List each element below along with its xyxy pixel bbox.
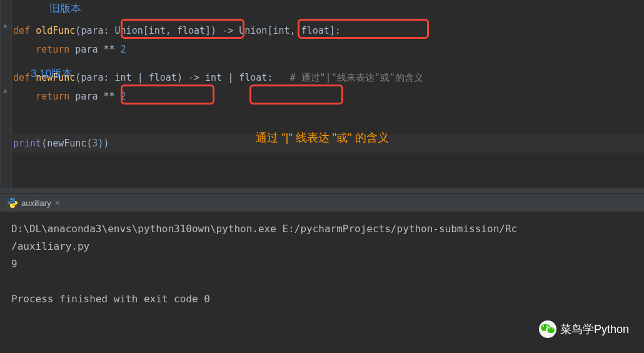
tab-label: auxiliary [21, 198, 51, 208]
watermark: 菜鸟学Python [539, 320, 629, 338]
svg-point-0 [11, 198, 11, 199]
svg-point-1 [13, 206, 14, 207]
fold-icon [2, 88, 9, 95]
gutter [1, 0, 12, 188]
keyword-return: return [36, 44, 69, 55]
type-annotation: Union[int, float] [239, 25, 335, 36]
code-editor[interactable]: 旧版本 def oldFunc(para: Union[int, float])… [0, 0, 644, 188]
type-annotation: int | float [115, 72, 177, 83]
terminal-tab-bar: auxiliary × [0, 194, 644, 212]
code-line[interactable]: return para ** 2 [13, 40, 644, 59]
keyword-return: return [36, 91, 69, 102]
terminal-output[interactable]: D:\DL\anaconda3\envs\python310own\python… [0, 212, 644, 317]
annotation-center: 通过 "|" 线表达 "或" 的含义 [256, 130, 388, 145]
type-annotation: int | float [205, 72, 267, 83]
variable: para [75, 91, 98, 102]
python-icon [8, 198, 18, 208]
number-literal: 2 [121, 44, 126, 55]
terminal-result: 9 [11, 255, 633, 273]
wechat-icon [539, 320, 556, 338]
close-icon[interactable]: × [55, 198, 60, 208]
code-line[interactable]: def oldFunc(para: Union[int, float]) -> … [13, 21, 644, 40]
function-call: newFunc [47, 138, 86, 149]
parameter: para [81, 72, 103, 83]
function-name: oldFunc [36, 25, 75, 36]
tab-auxiliary[interactable]: auxiliary × [3, 197, 65, 209]
panel-divider[interactable] [0, 188, 644, 194]
variable: para [75, 44, 98, 55]
type-annotation: Union[int, float] [115, 25, 211, 36]
fold-icon [2, 23, 9, 30]
terminal-command: D:\DL\anaconda3\envs\python310own\python… [11, 220, 633, 238]
operator: ** [104, 91, 115, 102]
comment: # 通过"|"线来表达"或"的含义 [290, 72, 423, 83]
terminal-command-cont: /auxiliary.py [11, 238, 633, 255]
operator: ** [104, 44, 115, 55]
keyword-def: def [13, 25, 30, 36]
terminal-status: Process finished with exit code 0 [11, 290, 633, 308]
code-line[interactable] [13, 59, 644, 68]
builtin-function: print [13, 138, 41, 149]
terminal-blank [11, 273, 633, 290]
function-name: newFunc [36, 72, 75, 83]
watermark-text: 菜鸟学Python [560, 322, 629, 337]
number-literal: 2 [121, 91, 126, 102]
code-line[interactable]: def newFunc(para: int | float) -> int | … [13, 68, 644, 87]
keyword-def: def [13, 72, 30, 83]
code-line[interactable]: return para ** 2 [13, 87, 644, 106]
code-line[interactable] [13, 3, 644, 21]
parameter: para [81, 25, 103, 36]
